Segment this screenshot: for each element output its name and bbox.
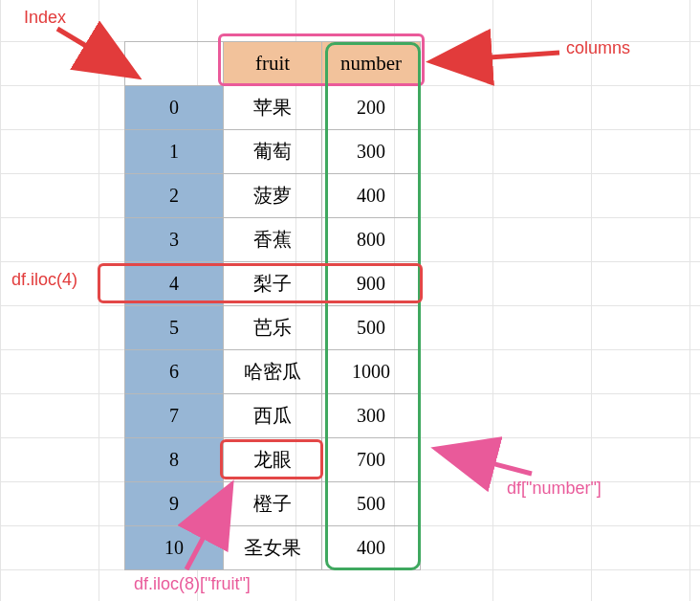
index-cell: 10 [125,526,224,570]
cell-number: 500 [322,482,421,526]
index-cell: 1 [125,130,224,174]
cell-fruit: 哈密瓜 [224,350,322,394]
index-cell: 2 [125,174,224,218]
cell-number: 900 [322,262,421,306]
label-iloc4: df.iloc(4) [11,270,77,290]
label-index: Index [24,8,66,28]
cell-number: 300 [322,394,421,438]
cell-number: 300 [322,130,421,174]
label-columns: columns [566,38,630,58]
cell-number: 800 [322,218,421,262]
index-cell: 3 [125,218,224,262]
cell-fruit: 苹果 [224,86,322,130]
col-header-number: number [322,42,421,86]
cell-number: 400 [322,526,421,570]
index-cell: 6 [125,350,224,394]
cell-fruit: 香蕉 [224,218,322,262]
cell-fruit: 芭乐 [224,306,322,350]
col-header-fruit: fruit [224,42,322,86]
index-cell: 9 [125,482,224,526]
index-cell: 8 [125,438,224,482]
cell-fruit: 圣女果 [224,526,322,570]
index-cell: 0 [125,86,224,130]
cell-fruit: 龙眼 [224,438,322,482]
label-iloc8fruit: df.iloc(8)["fruit"] [134,574,251,594]
index-cell: 4 [125,262,224,306]
cell-fruit: 西瓜 [224,394,322,438]
cell-number: 1000 [322,350,421,394]
cell-number: 200 [322,86,421,130]
dataframe-table: fruit number 0苹果200 1葡萄300 2菠萝400 3香蕉800… [124,41,421,570]
cell-fruit: 葡萄 [224,130,322,174]
index-cell: 5 [125,306,224,350]
cell-fruit: 菠萝 [224,174,322,218]
index-cell: 7 [125,394,224,438]
cell-fruit: 梨子 [224,262,322,306]
cell-fruit: 橙子 [224,482,322,526]
cell-number: 700 [322,438,421,482]
cell-number: 500 [322,306,421,350]
cell-number: 400 [322,174,421,218]
label-dfnumber: df["number"] [507,479,602,499]
corner-cell [125,42,224,86]
